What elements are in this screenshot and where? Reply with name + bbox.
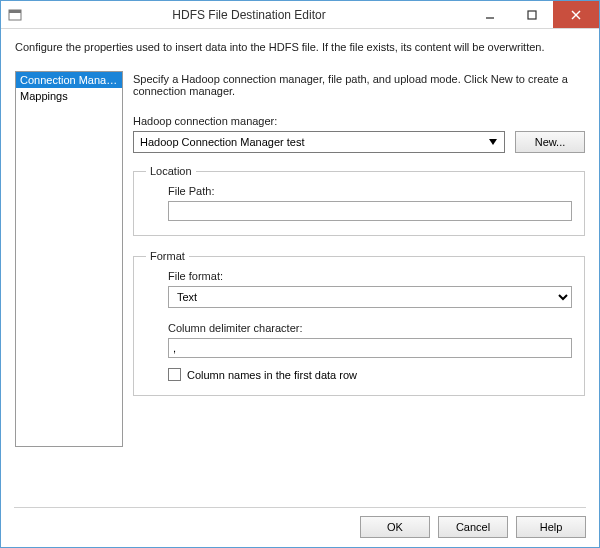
delimiter-input[interactable] (168, 338, 572, 358)
main-panel: Specify a Hadoop connection manager, fil… (133, 71, 585, 447)
firstrow-checkbox[interactable] (168, 368, 181, 381)
format-legend: Format (146, 250, 189, 262)
footer-separator (14, 507, 586, 508)
conn-label: Hadoop connection manager: (133, 115, 585, 127)
filepath-label: File Path: (168, 185, 572, 197)
minimize-button[interactable] (469, 1, 511, 28)
page-description: Configure the properties used to insert … (15, 41, 585, 53)
conn-combo[interactable]: Hadoop Connection Manager test (133, 131, 505, 153)
app-icon (7, 7, 23, 23)
svg-rect-3 (528, 11, 536, 19)
filepath-input[interactable] (168, 201, 572, 221)
footer-buttons: OK Cancel Help (360, 516, 586, 538)
ok-button[interactable]: OK (360, 516, 430, 538)
svg-marker-6 (489, 139, 497, 145)
fileformat-select[interactable]: Text (168, 286, 572, 308)
format-group: Format File format: Text Column delimite… (133, 250, 585, 396)
delimiter-label: Column delimiter character: (168, 322, 572, 334)
conn-combo-value: Hadoop Connection Manager test (140, 136, 305, 148)
help-button[interactable]: Help (516, 516, 586, 538)
instruction-text: Specify a Hadoop connection manager, fil… (133, 73, 585, 97)
close-button[interactable] (553, 1, 599, 28)
fileformat-label: File format: (168, 270, 572, 282)
location-legend: Location (146, 165, 196, 177)
side-nav: Connection Manager Mappings (15, 71, 123, 447)
location-group: Location File Path: (133, 165, 585, 236)
window-buttons (469, 1, 599, 28)
window-title: HDFS File Destination Editor (29, 8, 469, 22)
cancel-button[interactable]: Cancel (438, 516, 508, 538)
firstrow-label: Column names in the first data row (187, 369, 357, 381)
svg-rect-1 (9, 10, 21, 13)
maximize-button[interactable] (511, 1, 553, 28)
new-button[interactable]: New... (515, 131, 585, 153)
dropdown-icon (484, 134, 502, 150)
sidenav-item-mappings[interactable]: Mappings (16, 88, 122, 104)
sidenav-item-connection-manager[interactable]: Connection Manager (16, 72, 122, 88)
titlebar: HDFS File Destination Editor (1, 1, 599, 29)
